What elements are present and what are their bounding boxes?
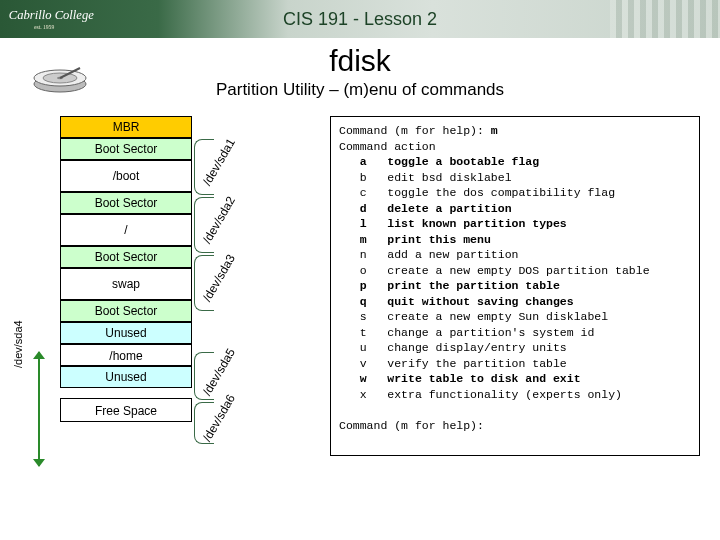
terminal-output: Command (m for help): m Command action a… bbox=[330, 116, 700, 456]
unused-2: Unused bbox=[60, 366, 192, 388]
home-partition: /home bbox=[60, 344, 192, 366]
extended-partition-label: /dev/sda4 bbox=[12, 320, 24, 368]
content-area: MBR Boot Sector /boot Boot Sector / Boot… bbox=[0, 108, 720, 538]
boot-sector-2: Boot Sector bbox=[60, 192, 192, 214]
disk-diagram: MBR Boot Sector /boot Boot Sector / Boot… bbox=[60, 116, 192, 422]
hard-drive-icon bbox=[30, 54, 90, 94]
terminal-text: Command (m for help): m Command action a… bbox=[339, 123, 691, 433]
page-subtitle: Partition Utility – (m)enu of commands bbox=[0, 80, 720, 100]
unused-1: Unused bbox=[60, 322, 192, 344]
header-decoration bbox=[610, 0, 720, 38]
root-partition: / bbox=[60, 214, 192, 246]
title-block: fdisk Partition Utility – (m)enu of comm… bbox=[0, 44, 720, 100]
boot-sector-3: Boot Sector bbox=[60, 246, 192, 268]
boot-sector-4: Boot Sector bbox=[60, 300, 192, 322]
mbr-block: MBR bbox=[60, 116, 192, 138]
header-bar: Cabrillo College est. 1959 CIS 191 - Les… bbox=[0, 0, 720, 38]
boot-partition: /boot bbox=[60, 160, 192, 192]
boot-sector-1: Boot Sector bbox=[60, 138, 192, 160]
free-space: Free Space bbox=[60, 398, 192, 422]
swap-partition: swap bbox=[60, 268, 192, 300]
extended-partition-bracket bbox=[30, 352, 48, 466]
page-title: fdisk bbox=[0, 44, 720, 78]
